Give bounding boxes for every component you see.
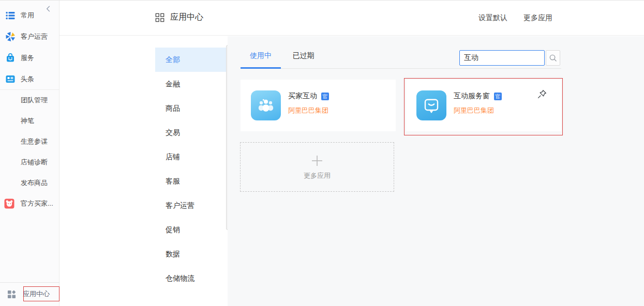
sidebar-item-label: 店铺诊断 — [21, 158, 48, 167]
tab-in-use[interactable]: 使用中 — [241, 50, 281, 69]
sidebar-item-app-center[interactable]: 应用中心 — [0, 286, 59, 302]
more-apps-button[interactable]: 更多应用 — [523, 13, 552, 23]
app-vendor-link[interactable]: 阿里巴巴集团 — [454, 106, 502, 115]
main-content: 使用中 已过期 买家互动 官 阿里巴巴集团 — [228, 36, 644, 306]
mascot-icon — [4, 198, 14, 209]
page-title: 应用中心 — [170, 12, 203, 23]
sidebar-item-label: 应用中心 — [23, 289, 50, 299]
sidebar-item-label: 神笔 — [21, 116, 34, 126]
news-icon — [5, 74, 16, 84]
category-item-shop[interactable]: 店铺 — [155, 145, 226, 169]
sidebar-item-label: 头条 — [21, 74, 34, 84]
pinwheel-icon — [5, 32, 16, 42]
pushpin-icon — [537, 89, 547, 99]
plus-icon — [310, 154, 324, 167]
app-vendor-link[interactable]: 阿里巴巴集团 — [288, 106, 329, 115]
people-group-icon — [251, 90, 281, 120]
pin-button[interactable] — [537, 89, 547, 99]
search-input[interactable] — [459, 50, 545, 66]
category-item-all[interactable]: 全部 — [155, 48, 226, 72]
header-actions: 设置默认 更多应用 — [478, 13, 552, 23]
set-default-button[interactable]: 设置默认 — [478, 13, 507, 23]
main-sidebar: 常用 客户运营 服务 — [0, 1, 59, 306]
sidebar-nav-list: 常用 客户运营 服务 — [0, 1, 59, 214]
sidebar-bottom-divider — [0, 282, 59, 283]
sidebar-item-label: 官方买家... — [21, 199, 53, 208]
sidebar-item-team-management[interactable]: 团队管理 — [0, 90, 59, 111]
sidebar-item-label: 常用 — [21, 11, 34, 20]
collapse-sidebar-button[interactable] — [45, 5, 52, 12]
app-info: 买家互动 官 阿里巴巴集团 — [288, 90, 329, 120]
app-card-interactive-service-window[interactable]: 互动服务窗 官 阿里巴巴集团 — [406, 80, 561, 131]
search-icon — [549, 54, 557, 62]
sidebar-item-label: 客户运营 — [21, 32, 48, 41]
sidebar-item-shenbi[interactable]: 神笔 — [0, 111, 59, 131]
category-item-data[interactable]: 数据 — [155, 242, 226, 266]
sidebar-item-shop-diagnosis[interactable]: 店铺诊断 — [0, 152, 59, 173]
shopping-bag-icon — [5, 53, 16, 63]
sidebar-item-official-buyer[interactable]: 官方买家... — [0, 193, 59, 214]
category-panel: 全部 金融 商品 交易 店铺 客服 客户运营 促销 数据 仓储物流 — [153, 36, 228, 306]
sidebar-item-publish-product[interactable]: 发布商品 — [0, 173, 59, 193]
grid-icon — [155, 13, 164, 22]
sidebar-item-service[interactable]: 服务 — [0, 47, 59, 68]
app-card-buyer-interaction[interactable]: 买家互动 官 阿里巴巴集团 — [241, 80, 396, 131]
sidebar-item-label: 服务 — [21, 53, 34, 63]
list-icon — [5, 10, 16, 21]
category-item-trade[interactable]: 交易 — [155, 120, 226, 145]
category-item-promotion[interactable]: 促销 — [155, 218, 226, 242]
app-center-icon — [7, 290, 16, 299]
category-item-customer-ops[interactable]: 客户运营 — [155, 193, 226, 218]
app-center-screen: 常用 客户运营 服务 — [0, 0, 644, 306]
sidebar-item-headlines[interactable]: 头条 — [0, 68, 59, 89]
search-button[interactable] — [546, 50, 560, 66]
chevron-left-icon — [45, 5, 52, 12]
sidebar-item-label: 生意参谋 — [21, 137, 48, 146]
tab-expired[interactable]: 已过期 — [283, 50, 323, 67]
official-badge: 官 — [321, 93, 329, 100]
app-name[interactable]: 买家互动 — [288, 91, 317, 101]
app-name[interactable]: 互动服务窗 — [454, 91, 490, 101]
more-apps-card[interactable]: 更多应用 — [240, 142, 394, 192]
sidebar-item-business-advisor[interactable]: 生意参谋 — [0, 131, 59, 152]
sidebar-item-customer-ops[interactable]: 客户运营 — [0, 26, 59, 47]
category-item-customer-service[interactable]: 客服 — [155, 169, 226, 193]
more-apps-label: 更多应用 — [304, 171, 331, 180]
app-info: 互动服务窗 官 阿里巴巴集团 — [454, 90, 502, 120]
official-badge: 官 — [494, 93, 502, 100]
sidebar-item-label: 团队管理 — [21, 96, 48, 105]
sidebar-item-label: 发布商品 — [21, 178, 48, 188]
chat-window-icon — [416, 90, 446, 120]
category-item-finance[interactable]: 金融 — [155, 72, 226, 96]
page-title-group: 应用中心 — [155, 12, 203, 23]
category-item-product[interactable]: 商品 — [155, 96, 226, 120]
category-list: 全部 金融 商品 交易 店铺 客服 客户运营 促销 数据 仓储物流 — [155, 36, 226, 290]
page-header: 应用中心 设置默认 更多应用 — [59, 1, 644, 36]
category-item-logistics[interactable]: 仓储物流 — [155, 266, 226, 290]
